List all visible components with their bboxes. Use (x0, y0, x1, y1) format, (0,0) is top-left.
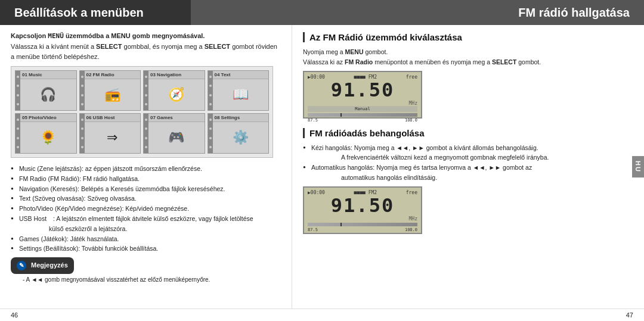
fm-time-2: ▶00:00 (308, 190, 325, 195)
note-icon: ✎ (17, 261, 26, 270)
list-item: Navigation (Keresés): Belépés a Keresés … (11, 184, 281, 194)
list-item: Photo/Video (Kép/Videó megnézése): Kép/v… (11, 204, 281, 214)
intro-text: Válassza ki a kívánt menüt a SELECT gomb… (11, 42, 281, 61)
menu-row-1: 01 Music 🎧 02 FM Radio 📻 03 Navigation (15, 70, 269, 111)
fm-scale-2 (308, 223, 417, 226)
main-content: Kapcsoljon MENÜ üzemmódba a MENU gomb me… (0, 25, 644, 308)
right-title-text: FM rádió hallgatása (518, 6, 630, 20)
header-divider (191, 0, 453, 25)
menu-label-photo-video: 05 Photo/Video (20, 114, 76, 122)
menu-icon-settings: ⚙️ (213, 122, 269, 153)
header-right-title: FM rádió hallgatása (453, 0, 644, 25)
menu-icon-usb-host: ⇒ (85, 122, 141, 153)
menu-item-navigation[interactable]: 03 Navigation 🧭 (143, 70, 205, 111)
fm-freq-low-2: 87.5 (308, 227, 318, 232)
menu-icon-photo-video: 🌻 (20, 122, 76, 153)
fm-scale-1 (308, 113, 417, 117)
menu-item-usb-host[interactable]: 06 USB Host ⇒ (79, 113, 141, 154)
fm-display-2: ▶00:00 ■■■■ FM2 free 91.50 MHz 87.5 108.… (303, 186, 422, 234)
note-section: ✎ Megjegyzés - A ◄◄ gomb megnyomásával v… (11, 257, 281, 283)
left-column: Kapcsoljon MENÜ üzemmódba a MENU gomb me… (0, 25, 292, 308)
menu-item-settings[interactable]: 08 Settings ⚙️ (208, 113, 270, 154)
footer-page-right: 47 (626, 311, 633, 319)
side-tab: HU (632, 156, 644, 177)
menu-label-usb-host: 06 USB Host (85, 114, 141, 122)
fm-status-1: free (406, 74, 417, 80)
fm-bottom-bar-2: 87.5 108.0 (308, 227, 417, 232)
menu-label-fm-radio: 02 FM Radio (85, 71, 141, 79)
fm-mhz-2: MHz (308, 216, 417, 222)
fm-display-1: ▶00:00 ■■■■ FM2 free 91.50 MHz Manual 87… (303, 71, 422, 119)
fm-freq-low-1: 87.5 (308, 118, 318, 123)
list-item: Kézi hangolás: Nyomja meg a ◄◄, ►► gombo… (303, 143, 633, 163)
menu-icon-music: 🎧 (20, 79, 76, 110)
menu-item-music[interactable]: 01 Music 🎧 (15, 70, 77, 111)
menu-label-settings: 08 Settings (213, 114, 269, 122)
section1-text: Nyomja meg a MENU gombot. Válassza ki az… (303, 47, 633, 67)
list-item: Music (Zene lejátszás): az éppen játszot… (11, 164, 281, 174)
menu-label-navigation: 03 Navigation (148, 71, 205, 79)
section1-title: Az FM Rádió üzemmód kiválasztása (303, 32, 633, 42)
list-item: USB Host : A lejátszón elmentett fájlok … (11, 214, 281, 234)
fm-status-2: free (406, 190, 417, 195)
intro-bold: Kapcsoljon MENÜ üzemmódba a MENU gomb me… (11, 32, 281, 40)
menu-item-text[interactable]: 04 Text 📖 (208, 70, 270, 111)
menu-label-games: 07 Games (148, 114, 205, 122)
right-bullet-list: Kézi hangolás: Nyomja meg a ◄◄, ►► gombo… (303, 143, 633, 183)
fm-freq-high-1: 108.0 (405, 118, 417, 123)
list-item: FM Radio (FM Rádió): FM rádió hallgatása… (11, 174, 281, 184)
section2-title: FM rádióadás behangolása (303, 128, 633, 138)
list-item: Settings (Beállítások): További funkciók… (11, 244, 281, 254)
list-item: Automatikus hangolás: Nyomja meg és tart… (303, 163, 633, 183)
menu-item-fm-radio[interactable]: 02 FM Radio 📻 (79, 70, 141, 111)
menu-icon-games: 🎮 (148, 122, 205, 153)
menu-label-music: 01 Music (20, 71, 76, 79)
list-item: Text (Szöveg olvasása): Szöveg olvasása. (11, 194, 281, 204)
fm-indicator-2 (340, 223, 342, 226)
fm-time-1: ▶00:00 (308, 74, 325, 80)
fm-freq-1: 91.50 (331, 80, 394, 101)
right-column: Az FM Rádió üzemmód kiválasztása Nyomja … (292, 25, 644, 308)
menu-icon-navigation: 🧭 (148, 79, 205, 110)
left-bullet-list: Music (Zene lejátszás): az éppen játszot… (11, 164, 281, 254)
fm-mhz-1: MHz (308, 101, 417, 106)
fm-freq-high-2: 108.0 (405, 227, 417, 232)
menu-row-2: 05 Photo/Video 🌻 06 USB Host ⇒ 07 Games (15, 113, 269, 154)
note-label: Megjegyzés (31, 261, 68, 269)
menu-item-photo-video[interactable]: 05 Photo/Video 🌻 (15, 113, 77, 154)
header-left-title: Beállítások a menüben (0, 0, 191, 25)
fm-mode-1: Manual (308, 106, 417, 112)
fm-indicator-1 (340, 113, 342, 117)
menu-icon-text: 📖 (213, 79, 269, 110)
list-item: Games (Játékok): Játék használata. (11, 234, 281, 244)
menu-grid: 01 Music 🎧 02 FM Radio 📻 03 Navigation (11, 66, 273, 158)
note-box: ✎ Megjegyzés (11, 257, 74, 274)
footer-page-left: 46 (11, 311, 18, 319)
left-title-text: Beállítások a menüben (14, 6, 144, 20)
menu-label-text: 04 Text (213, 71, 269, 79)
menu-icon-fm-radio: 📻 (85, 79, 141, 110)
fm-freq-2: 91.50 (331, 195, 394, 216)
note-text: - A ◄◄ gomb megnyomásával visszatérhet a… (11, 276, 281, 283)
fm-bottom-bar-1: 87.5 108.0 (308, 118, 417, 123)
header: Beállítások a menüben FM rádió hallgatás… (0, 0, 644, 25)
footer: 46 47 (0, 308, 644, 321)
menu-item-games[interactable]: 07 Games 🎮 (143, 113, 205, 154)
